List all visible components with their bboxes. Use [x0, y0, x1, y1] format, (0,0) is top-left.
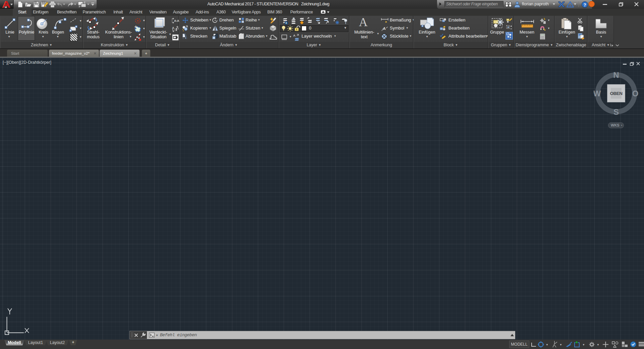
svg-text:A-A: A-A: [174, 19, 179, 22]
svg-text:S: S: [613, 107, 619, 116]
svg-text:O: O: [632, 89, 639, 98]
svg-text:N: N: [613, 71, 619, 80]
svg-text:?: ?: [583, 2, 586, 7]
svg-text:A: A: [293, 34, 296, 37]
svg-text:OBEN: OBEN: [610, 91, 622, 96]
svg-text:W: W: [594, 89, 601, 98]
svg-text:A: A: [383, 27, 386, 31]
